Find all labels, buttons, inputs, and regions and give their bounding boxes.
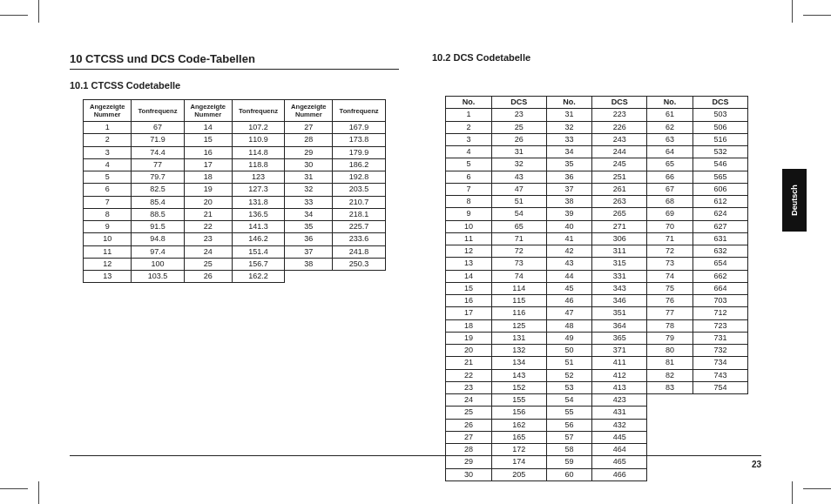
table-cell: 8 — [446, 196, 492, 208]
table-header: AngezeigteNummer — [84, 100, 132, 122]
table-cell: 73 — [491, 258, 546, 270]
table-cell: 103.5 — [132, 271, 185, 283]
table-cell: 54 — [546, 394, 592, 407]
table-cell: 654 — [692, 258, 747, 270]
table-cell: 88.5 — [132, 208, 185, 220]
table-cell: 35 — [546, 158, 592, 171]
table-cell: 115 — [491, 295, 546, 307]
table-header: No. — [446, 97, 492, 109]
table-cell: 36 — [285, 233, 333, 245]
table-row: 4313424464532 — [446, 146, 748, 158]
table-cell: 47 — [546, 307, 592, 319]
table-cell: 10 — [84, 233, 132, 245]
table-row: 9543926569624 — [446, 208, 748, 220]
table-cell: 116 — [491, 307, 546, 319]
table-cell: 155 — [491, 394, 546, 407]
table-cell: 72 — [491, 245, 546, 258]
table-cell: 712 — [692, 307, 747, 319]
table-cell: 131 — [491, 332, 546, 344]
table-cell: 173.8 — [333, 134, 386, 146]
table-cell: 65 — [491, 220, 546, 232]
table-cell: 703 — [692, 295, 747, 307]
table-cell: 21 — [446, 357, 492, 369]
page-number: 23 — [752, 460, 761, 469]
table-cell: 7 — [84, 196, 132, 208]
table-cell: 18 — [446, 319, 492, 332]
table-cell: 44 — [546, 270, 592, 282]
table-header: Tonfrequenz — [132, 100, 185, 122]
table-cell: 41 — [546, 232, 592, 245]
left-column: 10 CTCSS und DCS Code-Tabellen 10.1 CTCS… — [70, 52, 399, 481]
table-row: 3263324363516 — [446, 133, 748, 145]
table-cell: 503 — [692, 109, 747, 121]
table-cell: 546 — [692, 158, 747, 171]
table-cell: 606 — [692, 183, 747, 195]
crop-mark — [803, 15, 831, 16]
table-cell: 40 — [546, 220, 592, 232]
table-cell: 506 — [692, 121, 747, 133]
table-cell: 46 — [546, 295, 592, 307]
table-cell: 250.3 — [333, 258, 386, 270]
table-cell: 3 — [84, 146, 132, 158]
table-cell: 37 — [285, 245, 333, 258]
table-cell: 80 — [647, 345, 693, 357]
table-cell: 45 — [546, 282, 592, 294]
table-cell: 78 — [647, 319, 693, 332]
table-cell: 411 — [592, 357, 647, 369]
table-row: 161154634676703 — [446, 295, 748, 307]
table-cell: 30 — [446, 468, 492, 480]
table-cell: 331 — [592, 270, 647, 282]
table-cell: 263 — [592, 196, 647, 208]
table-cell: 2 — [446, 121, 492, 133]
table-cell: 6 — [446, 171, 492, 183]
table-cell: 29 — [285, 146, 333, 158]
table-cell: 624 — [692, 208, 747, 220]
table-cell: 24 — [184, 245, 232, 258]
table-cell: 49 — [546, 332, 592, 344]
table-cell: 311 — [592, 245, 647, 258]
table-cell: 28 — [446, 444, 492, 456]
table-cell: 35 — [285, 221, 333, 233]
table-cell: 54 — [491, 208, 546, 220]
table-cell: 85.4 — [132, 196, 185, 208]
table-cell: 97.4 — [132, 245, 185, 258]
crop-mark — [0, 488, 28, 489]
crop-mark — [792, 0, 793, 23]
table-row: 2253222662506 — [446, 121, 748, 133]
table-row: 191314936579731 — [446, 332, 748, 344]
table-cell: 63 — [647, 133, 693, 145]
table-cell: 118.8 — [232, 158, 285, 171]
table-cell: 141.3 — [232, 221, 285, 233]
table-cell: 466 — [592, 468, 647, 480]
table-cell: 12 — [84, 258, 132, 270]
table-cell: 50 — [546, 345, 592, 357]
table-row: 2515655431 — [446, 407, 748, 419]
table-cell: 34 — [546, 146, 592, 158]
table-cell: 516 — [692, 133, 747, 145]
table-cell: 192.8 — [333, 171, 386, 184]
table-cell: 69 — [647, 208, 693, 220]
table-cell: 423 — [592, 394, 647, 407]
table-row: 579.71812331192.8 — [84, 171, 386, 184]
table-cell — [647, 407, 693, 419]
table-cell: 754 — [692, 381, 747, 393]
table-cell: 91.5 — [132, 221, 185, 233]
table-cell: 31 — [491, 146, 546, 158]
table-cell: 57 — [546, 431, 592, 443]
table-cell: 61 — [647, 109, 693, 121]
table-cell: 226 — [592, 121, 647, 133]
table-cell: 30 — [285, 158, 333, 171]
crop-mark — [792, 481, 793, 504]
table-cell: 31 — [546, 109, 592, 121]
section-title: 10 CTCSS und DCS Code-Tabellen — [70, 52, 399, 70]
table-cell: 172 — [491, 444, 546, 456]
table-row: 151144534375664 — [446, 282, 748, 294]
table-cell: 13 — [84, 271, 132, 283]
table-cell: 71 — [491, 232, 546, 245]
table-row: 1210025156.738250.3 — [84, 258, 386, 270]
table-cell: 31 — [285, 171, 333, 184]
table-cell: 51 — [491, 196, 546, 208]
table-row: 785.420131.833210.7 — [84, 196, 386, 208]
table-cell: 75 — [647, 282, 693, 294]
table-cell: 152 — [491, 381, 546, 393]
